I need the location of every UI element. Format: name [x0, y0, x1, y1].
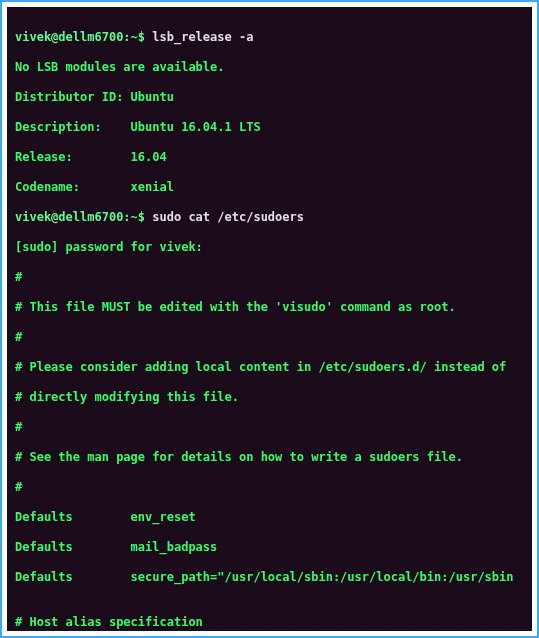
prompt-2: vivek@dellm6700:~$ [15, 210, 145, 224]
output-line: Codename: xenial [15, 180, 524, 195]
sudoers-line: # directly modifying this file. [15, 390, 524, 405]
sudoers-line: Defaults mail_badpass [15, 540, 524, 555]
window-frame: vivek@dellm6700:~$ lsb_release -a No LSB… [0, 0, 539, 638]
prompt-line-2: vivek@dellm6700:~$ sudo cat /etc/sudoers [15, 210, 524, 225]
output-line: Description: Ubuntu 16.04.1 LTS [15, 120, 524, 135]
prompt-1: vivek@dellm6700:~$ [15, 30, 145, 44]
sudoers-line: Defaults env_reset [15, 510, 524, 525]
sudoers-line: Defaults secure_path="/usr/local/sbin:/u… [15, 570, 524, 585]
sudoers-line: # Host alias specification [15, 615, 524, 630]
sudoers-line: # [15, 420, 524, 435]
sudoers-line: # [15, 480, 524, 495]
sudoers-line: # [15, 330, 524, 345]
sudoers-line: # This file MUST be edited with the 'vis… [15, 300, 524, 315]
sudo-password-prompt: [sudo] password for vivek: [15, 240, 524, 255]
output-line: No LSB modules are available. [15, 60, 524, 75]
prompt-line-1: vivek@dellm6700:~$ lsb_release -a [15, 30, 524, 45]
output-line: Release: 16.04 [15, 150, 524, 165]
output-line: Distributor ID: Ubuntu [15, 90, 524, 105]
sudoers-line: # Please consider adding local content i… [15, 360, 524, 375]
cmd-lsb-release: lsb_release -a [145, 30, 253, 44]
cmd-cat-sudoers: sudo cat /etc/sudoers [145, 210, 304, 224]
sudoers-line: # [15, 270, 524, 285]
sudoers-line: # See the man page for details on how to… [15, 450, 524, 465]
terminal[interactable]: vivek@dellm6700:~$ lsb_release -a No LSB… [7, 7, 532, 631]
